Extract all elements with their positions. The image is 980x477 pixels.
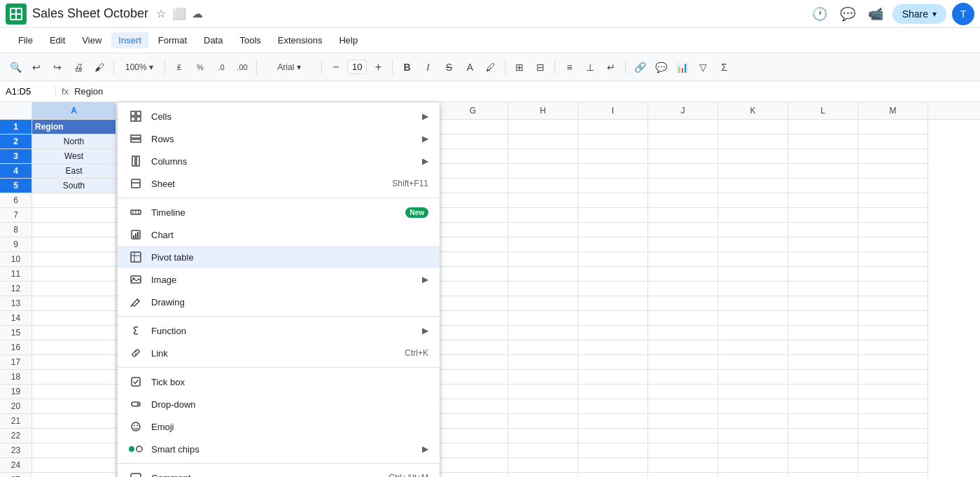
cell-i4[interactable] (578, 164, 648, 179)
menu-file[interactable]: File (11, 32, 40, 48)
menu-item-chart[interactable]: Chart (118, 223, 440, 246)
menu-item-emoji[interactable]: Emoji (118, 415, 440, 438)
filter-icon[interactable]: ▽ (693, 57, 713, 77)
user-avatar[interactable]: T (952, 3, 974, 25)
menu-item-drawing[interactable]: Drawing (118, 291, 440, 313)
cell-m3[interactable] (858, 149, 928, 164)
cell-k5[interactable] (718, 179, 788, 193)
cell-a4[interactable]: East (32, 164, 116, 179)
print-icon[interactable]: 🖨 (69, 57, 88, 77)
menu-item-comment[interactable]: Comment Ctrl+Alt+M (118, 466, 440, 477)
star-icon[interactable]: ☆ (154, 7, 168, 21)
menu-insert[interactable]: Insert (111, 32, 148, 48)
cell-m2[interactable] (858, 134, 928, 149)
cell-a6[interactable] (32, 193, 116, 208)
menu-extensions[interactable]: Extensions (271, 32, 330, 48)
comment-toolbar-icon[interactable]: 💬 (651, 57, 671, 77)
cell-k2[interactable] (718, 134, 788, 149)
cell-g3[interactable] (438, 149, 508, 164)
cell-j4[interactable] (648, 164, 718, 179)
meet-icon[interactable]: 📹 (864, 3, 887, 25)
cell-j1[interactable] (648, 120, 718, 134)
cell-h2[interactable] (508, 134, 578, 149)
fill-color-icon[interactable]: 🖊 (481, 57, 500, 77)
cell-reference[interactable]: A1:D5 (0, 86, 56, 97)
menu-item-sheet[interactable]: Sheet Shift+F11 (118, 172, 440, 195)
font-family-selector[interactable]: Arial ▾ (261, 57, 317, 77)
zoom-icon[interactable]: 100% ▾ (118, 57, 160, 77)
cell-k4[interactable] (718, 164, 788, 179)
menu-view[interactable]: View (75, 32, 108, 48)
cell-i2[interactable] (578, 134, 648, 149)
cell-a3[interactable]: West (32, 149, 116, 164)
menu-help[interactable]: Help (332, 32, 365, 48)
font-size-decrease[interactable]: − (326, 57, 346, 77)
border-icon[interactable]: ⊞ (510, 57, 529, 77)
menu-item-rows[interactable]: Rows ▶ (118, 127, 440, 150)
history-icon[interactable]: 🕐 (808, 3, 831, 25)
menu-item-cells[interactable]: Cells ▶ (118, 105, 440, 127)
cloud-icon[interactable]: ☁ (190, 7, 204, 21)
menu-format[interactable]: Format (151, 32, 194, 48)
menu-item-function[interactable]: Function ▶ (118, 319, 440, 342)
cell-g2[interactable] (438, 134, 508, 149)
paint-format-icon[interactable]: 🖌 (90, 57, 109, 77)
cell-k1[interactable] (718, 120, 788, 134)
font-size-increase[interactable]: + (368, 57, 388, 77)
cell-k3[interactable] (718, 149, 788, 164)
cell-a5[interactable]: South (32, 179, 116, 193)
decimal-dec-icon[interactable]: .0 (211, 57, 231, 77)
percent-icon[interactable]: % (190, 57, 210, 77)
menu-item-dropdown[interactable]: Drop-down (118, 393, 440, 415)
cell-g5[interactable] (438, 179, 508, 193)
menu-data[interactable]: Data (197, 32, 230, 48)
cell-h5[interactable] (508, 179, 578, 193)
menu-item-link[interactable]: Link Ctrl+K (118, 342, 440, 364)
redo-icon[interactable]: ↪ (48, 57, 67, 77)
share-button[interactable]: Share ▾ (892, 4, 946, 24)
comment-icon[interactable]: 💬 (836, 3, 859, 25)
cell-h3[interactable] (508, 149, 578, 164)
cell-j3[interactable] (648, 149, 718, 164)
search-toolbar-icon[interactable]: 🔍 (6, 57, 25, 77)
font-color-icon[interactable]: A (460, 57, 479, 77)
folder-icon[interactable]: ⬜ (172, 7, 186, 21)
cell-i1[interactable] (578, 120, 648, 134)
cell-h4[interactable] (508, 164, 578, 179)
menu-edit[interactable]: Edit (43, 32, 72, 48)
cell-j2[interactable] (648, 134, 718, 149)
menu-item-columns[interactable]: Columns ▶ (118, 150, 440, 172)
cell-a2[interactable]: North (32, 134, 116, 149)
cell-a1[interactable]: Region (32, 120, 116, 134)
cell-m1[interactable] (858, 120, 928, 134)
bold-icon[interactable]: B (397, 57, 416, 77)
align-left-icon[interactable]: ≡ (559, 57, 579, 77)
undo-icon[interactable]: ↩ (27, 57, 46, 77)
text-wrap-icon[interactable]: ↵ (601, 57, 621, 77)
cell-l4[interactable] (788, 164, 858, 179)
decimal-inc-icon[interactable]: .00 (232, 57, 252, 77)
link-toolbar-icon[interactable]: 🔗 (630, 57, 650, 77)
menu-tools[interactable]: Tools (232, 32, 267, 48)
menu-item-smartchips[interactable]: Smart chips ▶ (118, 438, 440, 460)
cell-l5[interactable] (788, 179, 858, 193)
merge-cells-icon[interactable]: ⊟ (531, 57, 550, 77)
strikethrough-icon[interactable]: S (439, 57, 458, 77)
cell-g1[interactable] (438, 120, 508, 134)
cell-l2[interactable] (788, 134, 858, 149)
menu-item-pivot[interactable]: Pivot table (118, 246, 440, 268)
cell-i3[interactable] (578, 149, 648, 164)
cell-j5[interactable] (648, 179, 718, 193)
chart-toolbar-icon[interactable]: 📊 (672, 57, 692, 77)
menu-item-timeline[interactable]: Timeline New (118, 201, 440, 223)
cell-l1[interactable] (788, 120, 858, 134)
formula-icon[interactable]: Σ (714, 57, 734, 77)
italic-icon[interactable]: I (418, 57, 438, 77)
cell-i5[interactable] (578, 179, 648, 193)
cell-g4[interactable] (438, 164, 508, 179)
cell-h1[interactable] (508, 120, 578, 134)
cell-m4[interactable] (858, 164, 928, 179)
cell-l3[interactable] (788, 149, 858, 164)
menu-item-tickbox[interactable]: Tick box (118, 371, 440, 393)
vertical-align-icon[interactable]: ⊥ (580, 57, 600, 77)
